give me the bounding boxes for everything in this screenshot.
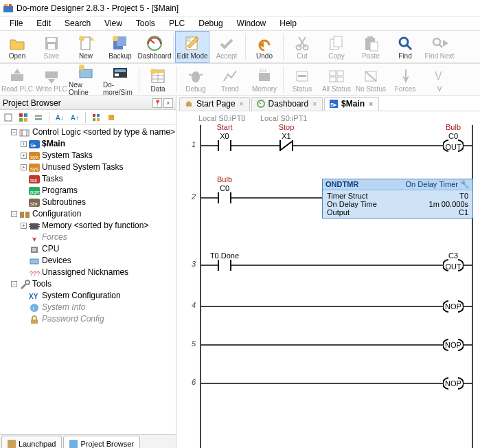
document-tab-start-page[interactable]: Start Page×	[179, 97, 250, 111]
tool-new[interactable]: New	[69, 31, 103, 63]
menu-item-debug[interactable]: Debug	[192, 17, 229, 30]
tool-do-more-sim[interactable]: Do-more/Sim	[103, 64, 137, 96]
contact-addr: T0.Done	[204, 251, 245, 260]
document-tab--main[interactable]: S▸$Main×	[324, 97, 379, 111]
tree-label[interactable]: System Configuration	[42, 290, 121, 302]
ladder-editor[interactable]: 1X0StartLocal S0:iPT0X1StopLocal S0:iPT1…	[176, 111, 480, 448]
title-bar: Do-more Designer 2.8.3 - Project 5 - [$M…	[0, 0, 480, 16]
dev-icon	[29, 256, 40, 266]
menu-item-view[interactable]: View	[98, 17, 129, 30]
tree-label[interactable]: Control Logic <sorted by type & name>	[32, 126, 175, 138]
rung-number: 5	[176, 339, 196, 348]
nostatus-icon	[362, 67, 380, 85]
svg-rect-37	[115, 74, 119, 76]
tree-label[interactable]: CPU	[42, 243, 59, 255]
svg-rect-68	[97, 114, 100, 117]
pt-btn-4[interactable]: A↓	[53, 111, 67, 124]
copy-icon	[328, 34, 345, 52]
contact[interactable]	[218, 260, 231, 271]
svg-text:XY: XY	[29, 293, 38, 300]
pt-btn-7[interactable]	[104, 111, 118, 124]
instruction-box[interactable]: ONDTMROn Delay Timer 🔧Timer StructT0On D…	[322, 179, 473, 219]
menu-item-window[interactable]: Window	[230, 17, 273, 30]
rung-number: 6	[176, 378, 196, 386]
menu-item-tools[interactable]: Tools	[129, 17, 162, 30]
coil[interactable]	[443, 300, 464, 313]
project-browser-panel: Project Browser 📍 × A↓ A↑ −Control Logic…	[0, 96, 176, 448]
toolbtn-label: Debug	[185, 85, 205, 93]
menu-item-help[interactable]: Help	[273, 17, 304, 30]
tree-expander[interactable]: +	[21, 223, 27, 229]
debug-icon	[187, 67, 205, 85]
tree-label[interactable]: Devices	[42, 255, 71, 267]
sidebar-tab-launchpad[interactable]: Launchpad	[1, 436, 62, 448]
sidebar-tab-project-browser[interactable]: Project Browser	[63, 436, 140, 448]
tree-expander[interactable]: −	[11, 211, 17, 217]
close-icon[interactable]: ×	[311, 100, 318, 108]
wrench-icon[interactable]: 🔧	[460, 180, 470, 189]
coil[interactable]	[443, 377, 464, 390]
editor-area: Start Page×Dashboard×S▸$Main× 1X0StartLo…	[176, 96, 480, 448]
tree-label[interactable]: Password Config	[42, 313, 104, 325]
tree-label[interactable]: Tasks	[42, 173, 63, 185]
tree-expander[interactable]: +	[21, 141, 27, 147]
svg-rect-104	[69, 440, 78, 448]
pt-btn-5[interactable]: A↑	[68, 111, 82, 124]
svg-rect-31	[45, 71, 58, 78]
pt-btn-2[interactable]	[16, 111, 30, 124]
tree-label[interactable]: Unassigned Nicknames	[42, 267, 128, 278]
coil[interactable]	[443, 259, 464, 271]
contact[interactable]	[279, 140, 293, 151]
menu-item-file[interactable]: File	[3, 17, 30, 30]
tree-label[interactable]: System Info	[42, 302, 85, 313]
coil[interactable]	[443, 139, 464, 152]
pt-btn-3[interactable]	[32, 111, 45, 124]
menu-item-edit[interactable]: Edit	[30, 17, 58, 30]
tree-expander[interactable]: +	[21, 164, 27, 170]
contact[interactable]	[218, 140, 231, 151]
tree-label[interactable]: Forces	[42, 232, 67, 243]
pt-btn-6[interactable]	[89, 111, 103, 124]
sbr-icon: sbr	[29, 198, 40, 208]
tree-label[interactable]: Memory <sorted by function>	[42, 220, 148, 232]
contact[interactable]	[218, 192, 231, 203]
tree-label[interactable]: $Main	[42, 138, 65, 150]
tool-edit-mode[interactable]: Edit Mode	[175, 31, 209, 63]
tree-label[interactable]: Tools	[32, 278, 52, 290]
svg-rect-22	[367, 36, 373, 39]
document-tab-dashboard[interactable]: Dashboard×	[251, 97, 323, 111]
findnext-icon	[431, 34, 448, 52]
tree-expander[interactable]: −	[11, 129, 17, 135]
coil[interactable]	[443, 339, 464, 351]
tool-new-online[interactable]: New Online	[69, 64, 103, 96]
tool-open[interactable]: Open	[0, 31, 34, 63]
panel-pin-button[interactable]: 📍	[152, 98, 162, 108]
svg-rect-60	[24, 113, 27, 117]
tool-backup[interactable]: Backup	[103, 31, 137, 63]
contact-name: Start	[204, 123, 245, 131]
disk-icon	[43, 34, 60, 52]
project-tree[interactable]: −Control Logic <sorted by type & name>+S…	[0, 125, 176, 434]
tree-label[interactable]: Unused System Tasks	[42, 161, 124, 173]
tool-dashboard[interactable]: Dashboard	[137, 31, 172, 63]
svg-line-27	[439, 44, 442, 47]
close-icon[interactable]: ×	[367, 100, 374, 108]
menu-item-plc[interactable]: PLC	[162, 17, 192, 30]
close-icon[interactable]: ×	[238, 100, 245, 108]
tree-label[interactable]: System Tasks	[42, 150, 93, 161]
tree-expander[interactable]: −	[11, 281, 17, 287]
tree-expander[interactable]: +	[21, 153, 27, 159]
tool-find[interactable]: Find	[388, 31, 422, 63]
menu-item-search[interactable]: Search	[58, 17, 98, 30]
tool-find-next: Find Next	[422, 31, 457, 63]
panel-close-button[interactable]: ×	[163, 98, 173, 108]
tree-label[interactable]: Configuration	[32, 208, 81, 220]
tool-data[interactable]: Data	[141, 64, 175, 96]
tab-label: Dashboard	[268, 99, 309, 109]
tree-label[interactable]: Programs	[42, 185, 78, 197]
tool-undo[interactable]: Undo	[247, 31, 282, 63]
tool-memory: 101Memory	[247, 64, 282, 96]
toolbar-secondary: Read PLCWrite PLCNew OnlineDo-more/SimDa…	[0, 63, 480, 96]
pt-btn-1[interactable]	[1, 111, 15, 124]
tree-label[interactable]: Subroutines	[42, 197, 86, 208]
